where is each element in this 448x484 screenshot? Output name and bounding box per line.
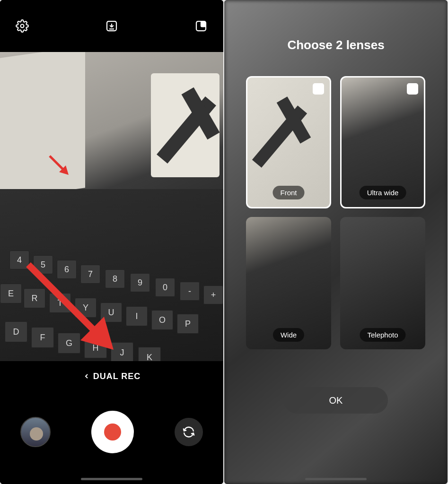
lens-label: Telephoto	[360, 328, 405, 342]
dialog-title: Choose 2 lenses	[287, 38, 384, 52]
lens-grid: Front Ultra wide Wide Telephoto	[246, 76, 426, 349]
ok-button[interactable]: OK	[284, 387, 388, 414]
switch-camera-button[interactable]	[175, 418, 203, 446]
gallery-thumbnail[interactable]	[20, 417, 51, 447]
camera-bottom-bar	[0, 389, 223, 484]
mode-selector[interactable]: DUAL REC	[0, 363, 223, 389]
checkbox-icon	[313, 83, 324, 95]
lens-option-telephoto[interactable]: Telephoto	[340, 217, 425, 349]
mode-label: DUAL REC	[83, 372, 141, 381]
home-indicator	[81, 478, 142, 480]
lens-label: Front	[272, 186, 304, 199]
gear-icon[interactable]	[12, 16, 33, 36]
camera-app-screen: 4 5 6 7 8 9 0 - + E R T Y U I O P D F G	[0, 0, 223, 484]
lens-label: Ultra wide	[360, 186, 406, 199]
svg-line-2	[28, 265, 99, 336]
pip-layout-icon[interactable]	[191, 16, 211, 36]
lens-option-ultrawide[interactable]: Ultra wide	[340, 76, 425, 208]
lens-label: Wide	[273, 328, 304, 342]
checkbox-icon	[407, 83, 418, 95]
record-button[interactable]	[91, 411, 134, 453]
home-indicator	[305, 478, 367, 480]
svg-point-4	[21, 25, 24, 28]
lens-picker-screen: Choose 2 lenses Front Ultra wide Wide Te…	[224, 0, 448, 484]
lens-option-front[interactable]: Front	[246, 76, 331, 208]
svg-rect-8	[201, 22, 205, 26]
annotation-arrow-icon	[45, 151, 73, 180]
download-icon[interactable]	[101, 16, 122, 36]
lens-option-wide[interactable]: Wide	[246, 217, 331, 349]
pip-preview[interactable]	[151, 73, 220, 177]
camera-topbar	[0, 0, 223, 52]
annotation-arrow-icon	[19, 255, 128, 361]
